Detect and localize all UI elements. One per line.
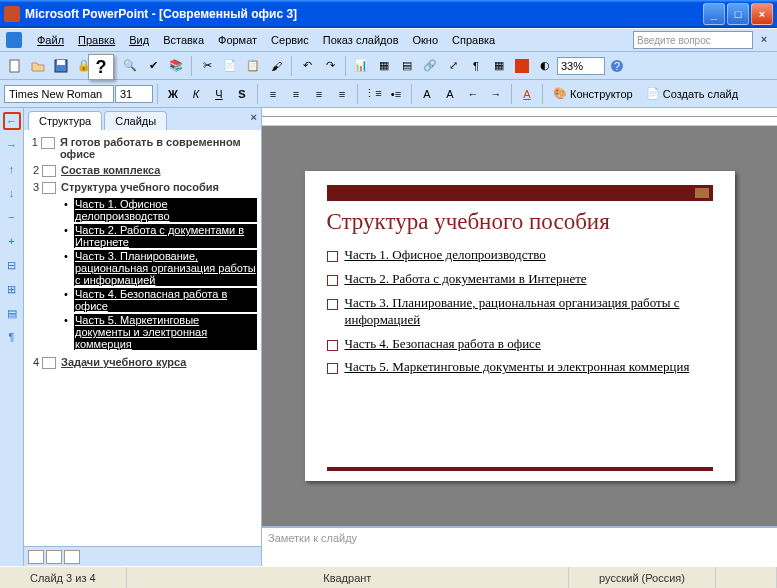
outline-slide-2[interactable]: 2 Состав комплекса xyxy=(28,164,257,177)
outline-bullet[interactable]: •Часть 4. Безопасная работа в офисе xyxy=(64,288,257,312)
close-button[interactable]: × xyxy=(751,3,773,25)
minimize-button[interactable]: _ xyxy=(703,3,725,25)
demote-button[interactable]: → xyxy=(3,136,21,154)
undo-button[interactable]: ↶ xyxy=(296,55,318,77)
menu-view[interactable]: Вид xyxy=(122,32,156,48)
ask-question-box[interactable]: Введите вопрос xyxy=(633,31,753,49)
maximize-button[interactable]: □ xyxy=(727,3,749,25)
outline-slide-3[interactable]: 3 Структура учебного пособия xyxy=(28,181,257,194)
outline-slide-1[interactable]: 1 Я готов работать в современном офисе xyxy=(28,136,257,160)
designer-button[interactable]: 🎨Конструктор xyxy=(547,83,639,105)
tab-slides[interactable]: Слайды xyxy=(104,111,167,130)
redo-button[interactable]: ↷ xyxy=(319,55,341,77)
slide-list-item[interactable]: Часть 1. Офисное делопроизводство xyxy=(327,247,713,264)
menu-format[interactable]: Формат xyxy=(211,32,264,48)
outline-bullet[interactable]: •Часть 2. Работа с документами в Интерне… xyxy=(64,224,257,248)
chart-button[interactable]: 📊 xyxy=(350,55,372,77)
close-pane-button[interactable]: × xyxy=(251,111,257,123)
outline-bullet[interactable]: •Часть 3. Планирование, рациональная орг… xyxy=(64,250,257,286)
expand-button[interactable]: + xyxy=(3,232,21,250)
menu-help[interactable]: Справка xyxy=(445,32,502,48)
italic-button[interactable]: К xyxy=(185,83,207,105)
slide-list-item[interactable]: Часть 3. Планирование, рациональная орга… xyxy=(327,295,713,329)
slideshow-view-button[interactable] xyxy=(64,550,80,564)
new-button[interactable] xyxy=(4,55,26,77)
slide-icon xyxy=(42,357,56,369)
grayscale-button[interactable]: ◐ xyxy=(534,55,556,77)
menu-insert[interactable]: Вставка xyxy=(156,32,211,48)
collapse-button[interactable]: − xyxy=(3,208,21,226)
menu-tools[interactable]: Сервис xyxy=(264,32,316,48)
align-left-button[interactable]: ≡ xyxy=(262,83,284,105)
zoom-combo[interactable]: 33% xyxy=(557,57,605,75)
notes-pane[interactable]: Заметки к слайду xyxy=(262,526,777,566)
outline-bullet[interactable]: •Часть 1. Офисное делопроизводство xyxy=(64,198,257,222)
show-formatting-button[interactable]: ¶ xyxy=(3,328,21,346)
slide-list-item[interactable]: Часть 5. Маркетинговые документы и элект… xyxy=(327,359,713,376)
save-button[interactable] xyxy=(50,55,72,77)
format-painter-button[interactable]: 🖌 xyxy=(265,55,287,77)
tab-outline[interactable]: Структура xyxy=(28,111,102,130)
grid-button[interactable]: ▦ xyxy=(488,55,510,77)
normal-view-button[interactable] xyxy=(28,550,44,564)
color-button[interactable] xyxy=(511,55,533,77)
outline-pane[interactable]: 1 Я готов работать в современном офисе 2… xyxy=(24,130,261,546)
bullet-list-button[interactable]: •≡ xyxy=(385,83,407,105)
increase-font-button[interactable]: A xyxy=(416,83,438,105)
align-right-button[interactable]: ≡ xyxy=(308,83,330,105)
slide-list-item[interactable]: Часть 4. Безопасная работа в офисе xyxy=(327,336,713,353)
print-button[interactable]: 🖶 xyxy=(96,55,118,77)
horizontal-ruler xyxy=(262,108,777,126)
decrease-indent-button[interactable]: ← xyxy=(462,83,484,105)
paste-button[interactable]: 📋 xyxy=(242,55,264,77)
underline-button[interactable]: Ч xyxy=(208,83,230,105)
slide-list-item[interactable]: Часть 2. Работа с документами в Интернет… xyxy=(327,271,713,288)
font-size-combo[interactable]: 31 xyxy=(115,85,153,103)
tables-borders-button[interactable]: ▤ xyxy=(396,55,418,77)
research-button[interactable]: 📚 xyxy=(165,55,187,77)
status-language[interactable]: русский (Россия) xyxy=(569,567,716,588)
slide-title[interactable]: Структура учебного пособия xyxy=(327,209,713,235)
increase-indent-button[interactable]: → xyxy=(485,83,507,105)
show-formatting-button[interactable]: ¶ xyxy=(465,55,487,77)
open-button[interactable] xyxy=(27,55,49,77)
collapse-all-button[interactable]: ⊟ xyxy=(3,256,21,274)
distribute-button[interactable]: ≡ xyxy=(331,83,353,105)
hyperlink-button[interactable]: 🔗 xyxy=(419,55,441,77)
sorter-view-button[interactable] xyxy=(46,550,62,564)
shadow-button[interactable]: S xyxy=(231,83,253,105)
mdi-close-icon[interactable]: × xyxy=(757,33,771,47)
preview-button[interactable]: 🔍 xyxy=(119,55,141,77)
outline-bullet[interactable]: •Часть 5. Маркетинговые документы и элек… xyxy=(64,314,257,350)
summary-slide-button[interactable]: ▤ xyxy=(3,304,21,322)
menu-file[interactable]: Файл xyxy=(30,32,71,48)
permission-button[interactable]: 🔒 xyxy=(73,55,95,77)
move-up-button[interactable]: ↑ xyxy=(3,160,21,178)
slide-preview[interactable]: Структура учебного пособия Часть 1. Офис… xyxy=(305,171,735,481)
outline-slide-4[interactable]: 4 Задачи учебного курса xyxy=(28,356,257,369)
app-menu-icon[interactable] xyxy=(6,32,22,48)
help-button[interactable]: ? xyxy=(606,55,628,77)
copy-button[interactable]: 📄 xyxy=(219,55,241,77)
new-slide-button[interactable]: 📄Создать слайд xyxy=(640,83,744,105)
formatting-toolbar: Times New Roman 31 Ж К Ч S ≡ ≡ ≡ ≡ ⋮≡ •≡… xyxy=(0,80,777,108)
cut-button[interactable]: ✂ xyxy=(196,55,218,77)
numbered-list-button[interactable]: ⋮≡ xyxy=(362,83,384,105)
slide-canvas[interactable]: Структура учебного пособия Часть 1. Офис… xyxy=(262,126,777,526)
move-down-button[interactable]: ↓ xyxy=(3,184,21,202)
menu-window[interactable]: Окно xyxy=(406,32,446,48)
expand-all-button[interactable]: ⊞ xyxy=(3,280,21,298)
app-icon xyxy=(4,6,20,22)
table-button[interactable]: ▦ xyxy=(373,55,395,77)
menu-edit[interactable]: Правка xyxy=(71,32,122,48)
font-combo[interactable]: Times New Roman xyxy=(4,85,114,103)
spell-button[interactable]: ✔ xyxy=(142,55,164,77)
menu-show[interactable]: Показ слайдов xyxy=(316,32,406,48)
align-center-button[interactable]: ≡ xyxy=(285,83,307,105)
font-color-button[interactable]: A xyxy=(516,83,538,105)
promote-button[interactable]: ← xyxy=(3,112,21,130)
expand-button[interactable]: ⤢ xyxy=(442,55,464,77)
bold-button[interactable]: Ж xyxy=(162,83,184,105)
decrease-font-button[interactable]: A xyxy=(439,83,461,105)
slide-list[interactable]: Часть 1. Офисное делопроизводство Часть … xyxy=(327,247,713,376)
